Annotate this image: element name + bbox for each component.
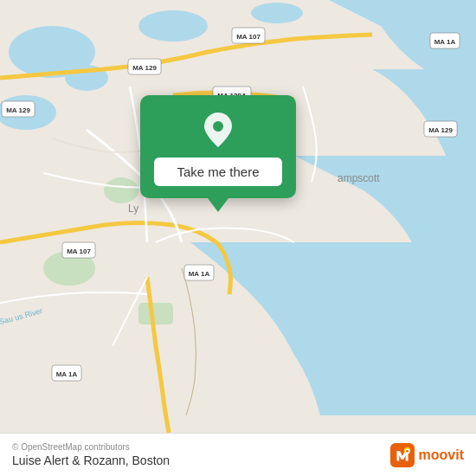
location-icon-wrapper	[199, 111, 237, 149]
bottom-bar: © OpenStreetMap contributors Luise Alert…	[0, 433, 476, 476]
bottom-info: © OpenStreetMap contributors Luise Alert…	[12, 442, 170, 467]
svg-text:MA 1A: MA 1A	[434, 38, 456, 46]
moovit-text: moovit	[419, 447, 464, 463]
svg-rect-8	[138, 303, 173, 325]
svg-point-30	[213, 121, 223, 132]
map-container: MA 129 MA 129 MA 129A MA 107 MA 107 MA 1…	[0, 0, 476, 433]
svg-text:MA 107: MA 107	[236, 33, 261, 41]
svg-text:MA 1A: MA 1A	[189, 270, 210, 278]
svg-text:MA 1A: MA 1A	[56, 370, 78, 378]
moovit-brand-icon	[390, 443, 415, 467]
svg-text:MA 129: MA 129	[6, 106, 30, 114]
svg-point-5	[251, 3, 303, 23]
svg-text:MA 107: MA 107	[67, 248, 91, 255]
take-me-button[interactable]: Take me there	[154, 158, 282, 186]
svg-text:Ly: Ly	[128, 203, 138, 215]
map-background: MA 129 MA 129 MA 129A MA 107 MA 107 MA 1…	[0, 0, 476, 433]
svg-text:MA 129: MA 129	[132, 64, 157, 72]
svg-text:MA 129: MA 129	[428, 126, 453, 134]
popup-card: Take me there	[140, 95, 296, 198]
svg-point-4	[138, 10, 208, 42]
svg-rect-31	[390, 443, 415, 467]
osm-credit: © OpenStreetMap contributors	[12, 442, 170, 452]
svg-point-33	[406, 449, 408, 452]
svg-text:ampscott: ampscott	[338, 172, 380, 184]
location-pin-icon	[201, 111, 235, 149]
svg-point-6	[104, 177, 138, 203]
location-name: Luise Alert & Rozann, Boston	[12, 453, 170, 467]
moovit-logo: moovit	[390, 443, 464, 467]
